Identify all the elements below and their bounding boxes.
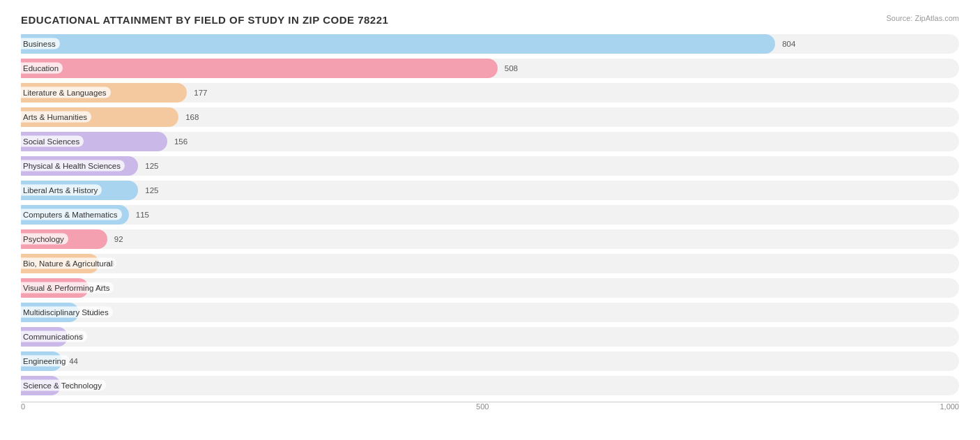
bar-label: Social Sciences: [21, 135, 84, 147]
bar-label: Visual & Performing Arts: [21, 282, 114, 294]
bar-fill: [21, 59, 498, 78]
bars-section: Business804Education508Literature & Lang…: [21, 33, 959, 397]
bar-value: 44: [69, 357, 78, 365]
x-axis-label: 500: [476, 402, 489, 411]
table-row: Literature & Languages177: [21, 82, 959, 103]
x-axis-label: 1,000: [940, 402, 959, 411]
bar-label: Liberal Arts & History: [21, 184, 102, 196]
table-row: Physical & Health Sciences125: [21, 155, 959, 176]
x-axis-label: 0: [21, 402, 25, 411]
bar-label: Arts & Humanities: [21, 111, 91, 123]
chart-area: Business804Education508Literature & Lang…: [21, 33, 959, 382]
table-row: Bio, Nature & Agricultural83: [21, 252, 959, 274]
bar-fill: [21, 34, 775, 54]
bar-value: 115: [136, 211, 149, 219]
bar-label: Business: [21, 38, 60, 50]
bar-value: 508: [505, 64, 518, 73]
table-row: Arts & Humanities168: [21, 106, 959, 128]
bar-value: 156: [174, 137, 187, 146]
bar-label: Literature & Languages: [21, 86, 111, 98]
table-row: Communications50: [21, 326, 959, 347]
bar-value: 92: [114, 235, 123, 243]
chart-title: EDUCATIONAL ATTAINMENT BY FIELD OF STUDY…: [21, 14, 959, 26]
table-row: Psychology92: [21, 228, 959, 250]
bar-label: Multidisciplinary Studies: [21, 306, 113, 318]
bar-value: 125: [145, 186, 158, 195]
table-row: Science & Technology42: [21, 374, 959, 396]
table-row: Education508: [21, 57, 959, 79]
table-row: Business804: [21, 33, 959, 54]
table-row: Visual & Performing Arts72: [21, 277, 959, 298]
table-row: Social Sciences156: [21, 130, 959, 152]
bar-value: 168: [185, 113, 199, 121]
table-row: Liberal Arts & History125: [21, 179, 959, 201]
bar-label: Computers & Mathematics: [21, 208, 122, 220]
bar-value: 177: [194, 89, 207, 97]
bar-label: Physical & Health Sciences: [21, 160, 125, 172]
table-row: Engineering44: [21, 350, 959, 372]
x-axis: 05001,000: [21, 402, 959, 411]
bar-label: Education: [21, 62, 63, 74]
bar-label: Science & Technology: [21, 379, 106, 391]
table-row: Computers & Mathematics115: [21, 204, 959, 225]
bar-label: Communications: [21, 331, 87, 342]
chart-container: EDUCATIONAL ATTAINMENT BY FIELD OF STUDY…: [0, 0, 980, 440]
bar-label: Psychology: [21, 233, 68, 245]
bar-label: Engineering: [21, 355, 70, 367]
bar-value: 125: [145, 162, 158, 170]
bar-value: 804: [782, 40, 795, 48]
table-row: Multidisciplinary Studies62: [21, 301, 959, 323]
bar-label: Bio, Nature & Agricultural: [21, 257, 116, 269]
chart-source: Source: ZipAtlas.com: [886, 14, 959, 22]
